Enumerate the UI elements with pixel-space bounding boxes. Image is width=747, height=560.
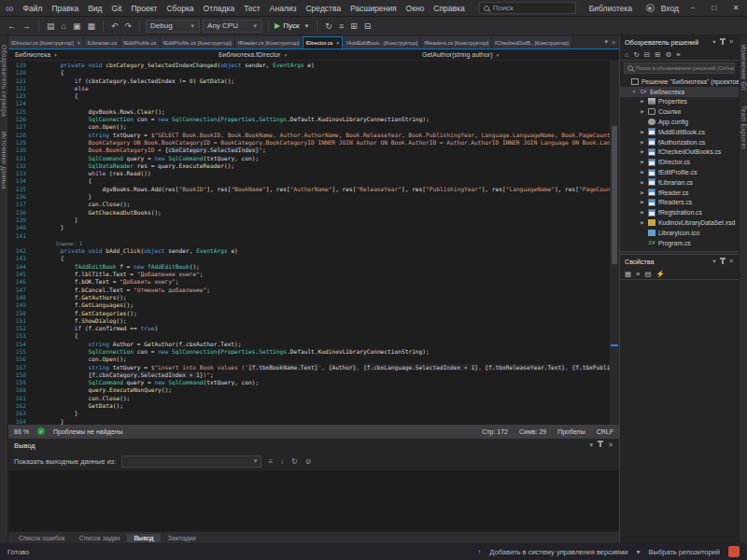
close-icon[interactable]: ✕ (729, 258, 734, 265)
expand-arrow-icon[interactable]: ▶ (640, 99, 645, 104)
code-line[interactable]: 159 SqlCommand query = new SqlCommand(tx… (8, 379, 610, 386)
code-line[interactable]: 156 con.Open(); (8, 356, 610, 363)
hot-reload-icon[interactable]: ↻ (323, 21, 334, 31)
tool-tab-вывод[interactable]: Вывод (127, 534, 160, 542)
tree-item[interactable]: ▶fAddEditBook.cs (620, 127, 739, 137)
tree-item[interactable]: ▶fRegistration.cs (620, 207, 739, 217)
expand-arrow-icon[interactable]: ▶ (640, 180, 645, 185)
code-line[interactable]: 132 SqlDataReader res = query.ExecuteRea… (8, 162, 610, 170)
tool-tab-закладки[interactable]: Закладки (162, 534, 203, 542)
navigate-forward-icon[interactable]: → (21, 21, 33, 31)
refresh-icon[interactable]: ↻ (634, 50, 640, 59)
code-line[interactable]: 153 { (8, 332, 610, 340)
tree-item[interactable]: ▶KudinovLibraryDataSet.xsd (620, 217, 739, 228)
code-line[interactable]: 144 fAddEditBook f = new fAddEditBook(); (8, 263, 610, 271)
breadcrumb-item[interactable]: Библиотека▾ (8, 49, 212, 60)
code-line[interactable]: 142 private void bAdd_Click(object sende… (8, 247, 610, 255)
tree-item[interactable]: App.config (620, 117, 739, 127)
find-in-files-icon[interactable]: ⊟ (362, 21, 374, 31)
find-message-icon[interactable]: ≡ (267, 457, 274, 466)
document-tab[interactable]: fAddEditBook...[Конструктор] (344, 36, 421, 49)
tree-item[interactable]: ▶fEditProfile.cs (620, 167, 739, 177)
code-line[interactable]: 124 (8, 100, 610, 107)
save-icon[interactable]: ▣ (71, 21, 83, 31)
code-line[interactable]: 123 { (8, 92, 610, 100)
add-to-source-control-button[interactable]: Добавить в систему управления версиями (489, 548, 627, 556)
code-line[interactable]: 120 { (8, 69, 610, 77)
start-options-chevron-icon[interactable]: ▼ (302, 23, 311, 29)
menu-item-расширения[interactable]: Расширения (345, 3, 401, 14)
word-wrap-icon[interactable]: ⊘ (304, 457, 313, 466)
edge-tab[interactable]: Обозреватель сервера (1, 45, 7, 117)
code-line[interactable]: 149 f.GetLanguages(); (8, 301, 610, 309)
code-line[interactable]: 139 } (8, 217, 610, 224)
code-line[interactable]: 148 f.GetAuthors(); (8, 294, 610, 301)
document-tab[interactable]: fCheckedOutB...[Конструктор] (492, 36, 572, 49)
window-position-chevron-icon[interactable]: ▾ (712, 258, 715, 265)
menu-item-средства[interactable]: Средства (301, 3, 345, 14)
code-line[interactable]: 125 dgvBooks.Rows.Clear(); (8, 108, 610, 116)
menu-item-окно[interactable]: Окно (402, 3, 430, 14)
tree-item[interactable]: ▶fCheckedOutBooks.cs (620, 147, 739, 158)
collapse-all-icon[interactable]: ⊟ (644, 50, 650, 59)
expand-arrow-icon[interactable]: ▶ (640, 109, 645, 114)
menu-item-вид[interactable]: Вид (83, 3, 106, 14)
menu-item-справка[interactable]: Справка (429, 3, 469, 14)
home-icon[interactable]: ⌂ (625, 50, 629, 59)
go-to-message-icon[interactable]: ↓ (279, 457, 285, 466)
new-file-icon[interactable]: ▤ (45, 21, 57, 31)
close-icon[interactable]: ✕ (77, 40, 81, 46)
properties-icon[interactable]: ⚙ (665, 50, 671, 59)
code-line[interactable]: 134 { (8, 177, 610, 185)
code-editor[interactable]: 119 private void cbxCategory_SelectedInd… (8, 61, 619, 425)
expand-arrow-icon[interactable]: ▶ (640, 140, 645, 145)
expand-arrow-icon[interactable]: ▶ (640, 170, 645, 175)
menu-item-проект[interactable]: Проект (126, 3, 162, 14)
start-debug-icon[interactable]: ▶ (275, 21, 280, 30)
expand-arrow-icon[interactable]: ▼ (631, 90, 637, 94)
breadcrumb-item[interactable]: Библиотека.fDirector▾ (212, 49, 416, 60)
expand-arrow-icon[interactable]: ▶ (640, 130, 645, 134)
menu-item-тест[interactable]: Тест (239, 3, 265, 14)
code-line[interactable]: 135 dgvBooks.Rows.Add(res["BookID"], res… (8, 186, 610, 193)
minimize-button[interactable]: − (685, 4, 700, 12)
document-tab[interactable]: fReaders.cs [Конструктор] (421, 36, 492, 49)
code-line[interactable]: 157 string txtQuery = $"insert into Book… (8, 364, 610, 371)
alphabetical-icon[interactable]: ≡ (636, 270, 640, 278)
solution-explorer-header[interactable]: Обозреватель решений ▾ ✕ (620, 35, 739, 49)
code-line[interactable]: 151 f.ShowDialog(); (8, 317, 610, 325)
tree-item[interactable]: Решение "Библиотека" (проектов: 1) (620, 77, 739, 87)
account-avatar-icon[interactable] (646, 4, 655, 12)
tree-item[interactable]: LibraryIcon.ico (620, 228, 739, 238)
document-tab[interactable]: fDirector.cs✕ (303, 36, 344, 49)
expand-arrow-icon[interactable]: ▶ (640, 200, 645, 204)
expand-arrow-icon[interactable]: ▶ (640, 190, 645, 195)
expand-arrow-icon[interactable]: ▶ (640, 220, 645, 225)
line-ending-indicator[interactable]: CRLF (597, 428, 613, 435)
edge-tab[interactable]: Изменения Git (740, 45, 747, 91)
menu-item-правка[interactable]: Правка (47, 3, 83, 14)
code-line[interactable]: 138 GetCheckedOutBooks(); (8, 209, 610, 217)
code-line[interactable]: 126 SqlConnection con = new SqlConnectio… (8, 116, 610, 123)
maximize-button[interactable]: □ (707, 4, 722, 12)
code-line[interactable]: 155 SqlConnection con = new SqlConnectio… (8, 348, 610, 356)
sign-in-button[interactable]: Вход (661, 4, 679, 13)
document-tab[interactable]: fDirector.cs [Конструктор]✕ (8, 36, 84, 49)
tree-item[interactable]: ▶fReader.cs (620, 188, 739, 198)
document-tab[interactable]: fLibrarian.cs (84, 36, 120, 49)
show-all-files-icon[interactable]: ⊞ (655, 50, 660, 59)
code-line[interactable]: 140 } (8, 224, 610, 231)
window-position-chevron-icon[interactable]: ▾ (712, 38, 715, 46)
tab-overflow-chevron-icon[interactable]: ▾ (604, 38, 608, 46)
properties-view-icon[interactable]: ▤ (644, 270, 651, 278)
expand-arrow-icon[interactable]: ▶ (640, 149, 645, 154)
code-line[interactable]: 162 GetData(); (8, 402, 610, 410)
close-icon[interactable]: ✕ (729, 38, 734, 46)
tool-tab-список-ошибок[interactable]: Список ошибок (12, 534, 72, 542)
document-tab[interactable]: fReader.cs [Конструктор] (235, 36, 303, 49)
break-all-icon[interactable]: ≡ (337, 21, 345, 31)
code-line[interactable]: 160 query.ExecuteNonQuery(); (8, 386, 610, 394)
select-repository-button[interactable]: Выбрать репозиторий (649, 548, 720, 556)
code-line[interactable]: 163 } (8, 410, 610, 417)
code-line[interactable]: 152 if (f.confirmed == true) (8, 325, 610, 332)
